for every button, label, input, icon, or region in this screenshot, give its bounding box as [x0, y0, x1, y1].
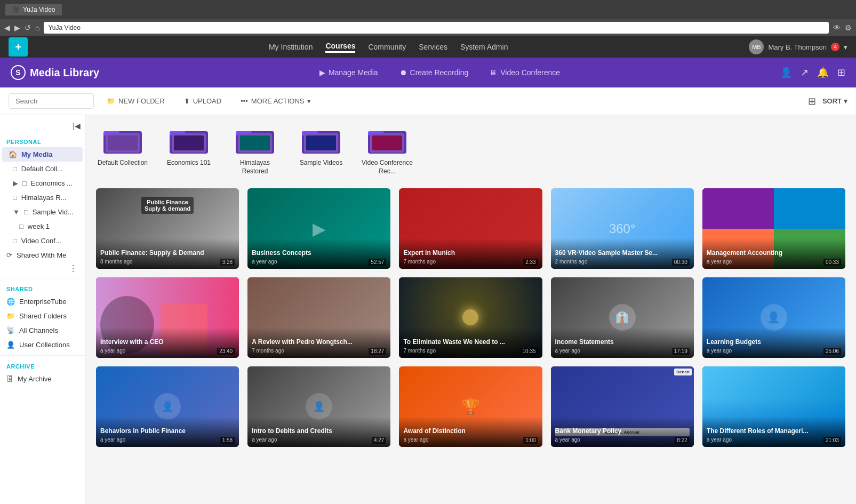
sort-button[interactable]: SORT ▾ — [822, 97, 847, 105]
video-title-r2-2: To Eliminate Waste We Need to ... — [403, 338, 538, 347]
toolbar-right: ⊞ SORT ▾ — [808, 95, 847, 107]
sidebar-more-btn[interactable]: ⋮ — [0, 262, 85, 275]
video-info-r2-4: Learning Budgets a year ago 25:06 — [702, 327, 845, 358]
video-info-r3-1: Intro to Debits and Credits a year ago 4… — [247, 417, 390, 447]
video-card-0[interactable]: Public FinanceSuply & demand Public Fina… — [96, 188, 239, 269]
folder-item-himalayas[interactable]: Himalayas Restored — [228, 126, 282, 175]
dropdown-arrow[interactable]: ▾ — [844, 43, 847, 51]
sidebar-item-week1[interactable]: □ week 1 — [0, 219, 85, 234]
create-recording-btn[interactable]: ⏺ Create Recording — [395, 66, 473, 79]
video-info-r2-1: A Review with Pedro Wongtsch... 7 months… — [247, 327, 390, 358]
sidebar: |◀ PERSONAL 🏠 My Media □ Default Coll...… — [0, 115, 85, 504]
video-title-0: Public Finance: Supply & Demand — [100, 249, 235, 258]
video-card-2[interactable]: Expert in Munich 7 months ago 2:33 — [399, 188, 542, 269]
browser-tab[interactable]: 🎥 YuJa Video — [5, 4, 62, 15]
grid-view-icon[interactable]: ⊞ — [808, 95, 816, 107]
video-duration-1: 52:57 — [369, 259, 386, 266]
sidebar-item-sample-vid[interactable]: ▼ □ Sample Vid... — [0, 205, 85, 219]
video-card-r2-0[interactable]: Interview with a CEO a year ago 23:40 — [96, 277, 239, 358]
sidebar-item-user-collections[interactable]: 👤 User Collections — [0, 338, 85, 352]
sidebar-item-himalayas[interactable]: □ Himalayas R... — [0, 190, 85, 205]
search-input[interactable] — [9, 93, 94, 109]
nav-system-admin[interactable]: System Admin — [460, 43, 508, 51]
video-age-r3-3: a year ago — [555, 437, 580, 444]
url-text: YuJa Video — [48, 24, 81, 31]
sidebar-divider-2 — [0, 355, 85, 356]
video-title-r3-2: Award of Distinction — [403, 427, 538, 436]
video-card-r2-4[interactable]: 👤 Learning Budgets a year ago 25:06 — [702, 277, 845, 358]
video-card-3[interactable]: 360° 360 VR-Video Sample Master Se... 2 … — [551, 188, 694, 269]
video-meta-1: a year ago 52:57 — [252, 259, 386, 266]
folder-item-sample[interactable]: Sample Videos — [294, 126, 348, 175]
video-meta-r2-2: 7 months ago 10:35 — [403, 348, 538, 355]
forward-icon[interactable]: ▶ — [14, 23, 20, 32]
manage-media-btn[interactable]: ▶ Manage Media — [315, 66, 382, 79]
sidebar-item-enterprise-tube[interactable]: 🌐 EnterpriseTube — [0, 294, 85, 309]
video-meta-r2-4: a year ago 25:06 — [707, 348, 841, 355]
video-duration-r2-0: 23:40 — [217, 348, 235, 355]
video-card-r3-4[interactable]: The Different Roles of Manageri... a yea… — [702, 366, 845, 447]
enterprise-tube-label: EnterpriseTube — [19, 298, 66, 306]
home-icon[interactable]: ⌂ — [35, 23, 39, 32]
video-card-1[interactable]: ▶ Business Concepts a year ago 52:57 — [247, 188, 390, 269]
folder-item-video-conf-rec[interactable]: Video Conference Rec... — [361, 126, 414, 175]
new-folder-label: NEW FOLDER — [118, 97, 165, 105]
channels-icon: 📡 — [6, 326, 15, 334]
nav-courses[interactable]: Courses — [325, 42, 355, 53]
notification-badge[interactable]: 4 — [831, 43, 839, 51]
my-media-label: My Media — [21, 150, 53, 158]
video-card-r2-1[interactable]: A Review with Pedro Wongtsch... 7 months… — [247, 277, 390, 358]
app-logo[interactable]: + — [9, 37, 28, 57]
sidebar-item-shared-with-me[interactable]: ⟳ Shared With Me — [0, 248, 85, 262]
video-card-r3-2[interactable]: 🏆 Award of Distinction a year ago 1:00 — [399, 366, 542, 447]
video-card-r2-2[interactable]: To Eliminate Waste We Need to ... 7 mont… — [399, 277, 542, 358]
nav-my-institution[interactable]: My Institution — [269, 43, 313, 51]
refresh-icon[interactable]: ↺ — [25, 23, 31, 32]
external-link-icon[interactable]: ↗ — [801, 67, 809, 78]
video-card-4[interactable]: Management Accounting a year ago 00:33 — [702, 188, 845, 269]
video-title-r3-1: Intro to Debits and Credits — [252, 427, 386, 436]
sidebar-item-default-coll[interactable]: □ Default Coll... — [0, 162, 85, 176]
video-conference-btn[interactable]: 🖥 Video Conference — [485, 66, 564, 79]
bell-icon[interactable]: 🔔 — [817, 67, 829, 78]
video-meta-r3-4: a year ago 21:03 — [707, 437, 841, 444]
nav-community[interactable]: Community — [368, 43, 406, 51]
sidebar-divider-1 — [0, 278, 85, 278]
sidebar-item-my-media[interactable]: 🏠 My Media — [2, 147, 83, 162]
sidebar-item-video-conf[interactable]: □ Video Conf... — [0, 234, 85, 248]
more-actions-chevron: ▾ — [307, 97, 311, 105]
sidebar-item-all-channels[interactable]: 📡 All Channels — [0, 323, 85, 338]
back-icon[interactable]: ◀ — [4, 23, 10, 32]
media-header-right: 👤 ↗ 🔔 ⊞ — [780, 67, 845, 78]
sidebar-item-shared-folders[interactable]: 📁 Shared Folders — [0, 309, 85, 323]
nav-services[interactable]: Services — [419, 43, 447, 51]
video-card-r3-0[interactable]: 👤 Behaviors in Public Finance a year ago… — [96, 366, 239, 447]
video-info-r3-0: Behaviors in Public Finance a year ago 1… — [96, 417, 239, 447]
video-card-r3-1[interactable]: 👤 Intro to Debits and Credits a year ago… — [247, 366, 390, 447]
browser-bar: 🎥 YuJa Video — [0, 0, 856, 19]
collapse-icon[interactable]: |◀ — [73, 122, 81, 130]
eye-icon[interactable]: 👁 — [833, 23, 841, 32]
settings-icon[interactable]: ⚙ — [845, 23, 852, 32]
nav-bar: ◀ ▶ ↺ ⌂ YuJa Video 👁 ⚙ — [0, 19, 856, 36]
video-info-r3-2: Award of Distinction a year ago 1:00 — [399, 417, 542, 447]
folder-item-default[interactable]: Default Collection — [96, 126, 149, 175]
video-duration-r3-0: 1:58 — [220, 437, 235, 444]
new-folder-button[interactable]: 📁 NEW FOLDER — [100, 94, 171, 108]
more-actions-button[interactable]: ••• MORE ACTIONS ▾ — [234, 94, 317, 108]
video-info-r2-0: Interview with a CEO a year ago 23:40 — [96, 327, 239, 358]
sidebar-item-my-archive[interactable]: 🗄 My Archive — [0, 372, 85, 386]
avatar-icon[interactable]: 👤 — [780, 67, 792, 78]
video-card-r3-3[interactable]: Bench Cash vs. Accrual Bank Monetary Pol… — [551, 366, 694, 447]
video-info-3: 360 VR-Video Sample Master Se... 2 month… — [551, 238, 694, 269]
video-age-2: 7 months ago — [403, 259, 436, 266]
media-header: S Media Library ▶ Manage Media ⏺ Create … — [0, 58, 856, 87]
media-library-logo: S Media Library — [11, 65, 99, 80]
folder-name-economics: Economics 101 — [167, 159, 211, 167]
address-bar[interactable]: YuJa Video — [44, 22, 829, 34]
folder-item-economics[interactable]: Economics 101 — [162, 126, 215, 175]
apps-grid-icon[interactable]: ⊞ — [837, 67, 845, 78]
video-card-r2-3[interactable]: 👔 Income Statements a year ago 17:19 — [551, 277, 694, 358]
sidebar-item-economics[interactable]: ▶ □ Economics ... — [0, 176, 85, 190]
upload-button[interactable]: ⬆ UPLOAD — [178, 94, 228, 108]
